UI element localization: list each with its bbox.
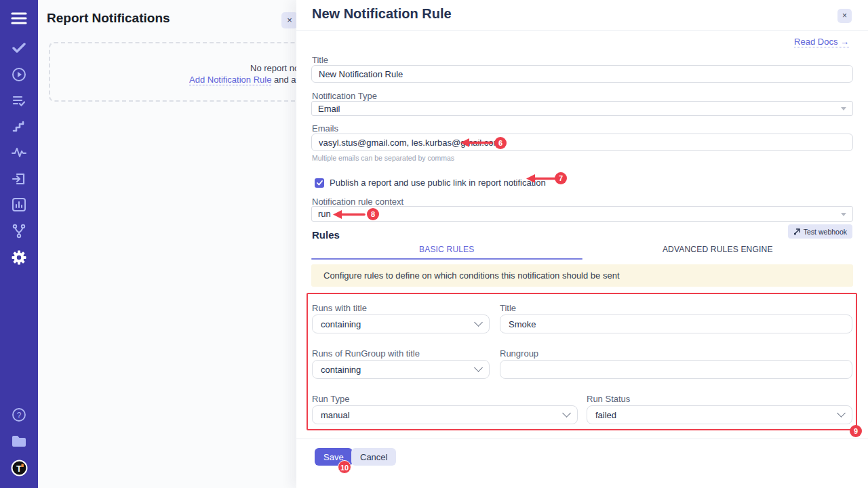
rule-title-label: Title (500, 303, 516, 313)
reports-chart-icon[interactable] (0, 197, 38, 213)
webhook-send-icon (793, 228, 801, 235)
chevron-down-icon (474, 363, 483, 372)
chevron-down-icon (837, 409, 846, 418)
runs-with-title-label: Runs with title (312, 303, 367, 313)
app-sidebar: ? T (0, 0, 38, 488)
notification-type-select[interactable]: Email (311, 101, 853, 116)
run-type-select[interactable]: manual (312, 405, 578, 424)
tasks-check-icon[interactable] (0, 41, 38, 56)
annotation-arrow-8 (332, 209, 366, 222)
run-status-select[interactable]: failed (587, 405, 852, 424)
emails-input[interactable] (311, 134, 853, 151)
import-icon[interactable] (0, 171, 38, 187)
context-value: run (318, 209, 331, 219)
footer-divider (296, 439, 868, 439)
left-panel-title: Report Notifications (47, 11, 170, 26)
rules-heading: Rules (312, 229, 340, 241)
run-status-value: failed (595, 410, 616, 420)
rungroup-input[interactable] (500, 360, 852, 379)
settings-gear-icon[interactable] (0, 249, 38, 266)
chevron-down-icon (562, 409, 571, 418)
context-field-label: Notification rule context (312, 197, 403, 207)
rules-tabs: BASIC RULES ADVANCED RULES ENGINE (311, 243, 853, 260)
panel-title: New Notification Rule (312, 6, 452, 22)
test-webhook-label: Test webhook (804, 228, 847, 236)
test-list-icon[interactable] (0, 94, 38, 108)
title-input[interactable] (311, 65, 853, 83)
rungroup-label: Rungroup (500, 348, 538, 359)
left-panel-close-button[interactable]: × (281, 12, 298, 28)
title-field-label: Title (312, 55, 328, 65)
annotation-badge-8: 8 (367, 208, 379, 220)
tab-basic-rules[interactable]: BASIC RULES (311, 243, 583, 260)
run-type-label: Run Type (312, 394, 349, 404)
panel-close-button[interactable]: × (837, 9, 852, 23)
run-type-value: manual (321, 410, 350, 420)
notification-type-value: Email (318, 104, 340, 114)
runs-with-title-select[interactable]: containing (312, 314, 490, 333)
annotation-badge-9: 9 (850, 425, 862, 437)
cancel-button[interactable]: Cancel (351, 448, 396, 466)
rungroup-title-rule-select[interactable]: containing (312, 360, 490, 379)
pulse-icon[interactable] (0, 145, 38, 160)
annotation-badge-10: 10 (338, 460, 351, 474)
emails-helper-text: Multiple emails can be separated by comm… (312, 154, 454, 162)
rules-info-banner: Configure rules to define on which condi… (311, 264, 853, 287)
chevron-down-icon (474, 318, 483, 327)
rungroup-title-rule-label: Runs of RunGroup with title (312, 348, 420, 359)
annotation-badge-7: 7 (555, 172, 567, 184)
rule-title-input[interactable] (500, 314, 852, 333)
svg-text:T: T (16, 463, 22, 473)
emails-field-label: Emails (312, 123, 338, 134)
add-notification-rule-link[interactable]: Add Notification Rule (189, 75, 271, 85)
rungroup-title-rule-value: containing (321, 365, 361, 375)
publish-report-checkbox-label: Publish a report and use public link in … (330, 178, 546, 188)
empty-state-text-line1: No report not (250, 63, 302, 73)
svg-text:?: ? (17, 411, 22, 420)
checkbox-checked-icon[interactable] (315, 178, 324, 188)
annotation-badge-6: 6 (494, 137, 507, 149)
help-icon[interactable]: ? (0, 407, 38, 423)
select-caret-icon (841, 213, 846, 216)
test-webhook-button[interactable]: Test webhook (788, 224, 852, 239)
empty-state-text-line2: Add Notification Rule and attac (189, 75, 311, 85)
annotation-arrow-6 (460, 138, 494, 150)
panel-header: New Notification Rule × (296, 0, 868, 31)
menu-icon[interactable] (0, 9, 38, 27)
select-caret-icon (841, 107, 846, 110)
context-select[interactable]: run (311, 206, 853, 222)
folder-icon[interactable] (0, 433, 38, 449)
app-logo[interactable]: T (0, 459, 38, 476)
run-status-label: Run Status (587, 394, 630, 404)
runs-with-title-value: containing (321, 319, 361, 329)
basic-rules-annotated-box: Runs with title containing Title Runs of… (307, 293, 857, 430)
new-notification-rule-panel: New Notification Rule × Read Docs → Titl… (296, 0, 868, 488)
read-docs-link[interactable]: Read Docs → (794, 37, 849, 47)
publish-report-checkbox-row[interactable]: Publish a report and use public link in … (315, 178, 546, 188)
branches-icon[interactable] (0, 223, 38, 239)
runs-play-icon[interactable] (0, 67, 38, 82)
tab-advanced-rules-engine[interactable]: ADVANCED RULES ENGINE (583, 243, 854, 260)
steps-icon[interactable] (0, 119, 38, 134)
notification-type-label: Notification Type (312, 91, 377, 101)
